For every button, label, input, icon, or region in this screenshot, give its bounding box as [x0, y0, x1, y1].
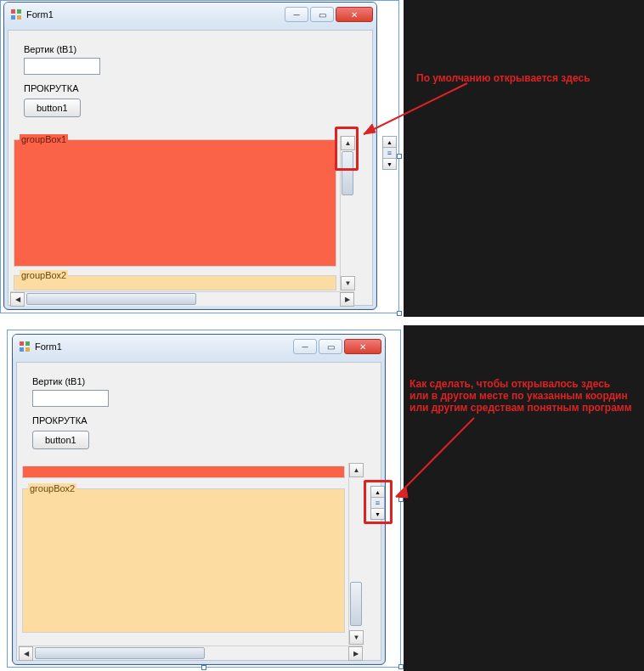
scroll-down-icon[interactable]: ▼: [349, 630, 364, 645]
svg-rect-8: [20, 347, 24, 352]
annotation-line: Как сделать, чтобы открывалось здесь: [410, 378, 610, 390]
svg-line-10: [396, 418, 474, 497]
scrollbar-thumb[interactable]: [350, 582, 362, 626]
close-button[interactable]: ✕: [336, 7, 373, 22]
resize-handle[interactable]: [201, 665, 206, 670]
groupbox1-strip: [22, 466, 345, 478]
svg-marker-5: [364, 124, 376, 134]
app-icon: [18, 340, 31, 353]
titlebar[interactable]: Form1 ─ ▭ ✕: [4, 3, 376, 26]
button1[interactable]: button1: [32, 431, 89, 449]
annotation-line: или другим средствам понятным программ: [410, 402, 632, 414]
label-vertik: Вертик (tB1): [32, 376, 85, 386]
label-scroll: ПРОКРУТКА: [24, 83, 79, 93]
button1-label: button1: [37, 103, 68, 113]
button1[interactable]: button1: [24, 99, 81, 117]
maximize-button[interactable]: ▭: [310, 7, 334, 22]
scroll-up-icon[interactable]: ▲: [349, 463, 364, 477]
horizontal-scrollbar[interactable]: ◀ ▶: [10, 291, 354, 306]
svg-rect-1: [17, 9, 21, 14]
scroll-left-icon[interactable]: ◀: [19, 646, 33, 661]
groupbox2: groupBox2: [22, 488, 345, 633]
svg-rect-3: [17, 15, 21, 20]
label-vertik: Вертик (tB1): [24, 44, 76, 54]
groupbox2-title: groupBox2: [28, 483, 76, 493]
highlight-box-top: [335, 127, 359, 171]
resize-handle[interactable]: [397, 154, 402, 159]
app-icon: [9, 8, 23, 21]
window-top: Form1 ─ ▭ ✕ Вертик (tB1) ПРОКРУТКА butto…: [3, 2, 377, 310]
annotation-arrow-top: [357, 82, 484, 149]
scrollbar-thumb[interactable]: [35, 647, 205, 659]
highlight-box-bottom: [364, 480, 393, 524]
maximize-button[interactable]: ▭: [319, 339, 342, 354]
minimize-button[interactable]: ─: [293, 339, 317, 354]
svg-rect-9: [25, 347, 30, 352]
svg-rect-0: [11, 9, 15, 14]
groupbox1-title: groupBox1: [20, 134, 68, 144]
annotation-line: или в другом месте по указанным координ: [410, 390, 628, 402]
vertical-scrollbar[interactable]: ▲ ▼: [348, 463, 363, 645]
svg-rect-2: [11, 15, 15, 20]
separator: [0, 317, 644, 325]
minimize-button[interactable]: ─: [285, 7, 308, 22]
close-button[interactable]: ✕: [344, 339, 381, 354]
annotation-arrow-bottom: [389, 416, 508, 510]
resize-handle[interactable]: [398, 664, 404, 669]
svg-rect-6: [20, 341, 24, 346]
client-area: Вертик (tB1) ПРОКРУТКА button1 groupBox2…: [16, 362, 381, 661]
groupbox2: groupBox2: [14, 275, 336, 290]
groupbox1: groupBox1: [14, 139, 336, 267]
side-control-down-icon[interactable]: ▼: [383, 158, 396, 169]
window-title: Form1: [35, 341, 62, 352]
svg-marker-11: [396, 488, 408, 498]
scroll-right-icon[interactable]: ▶: [340, 292, 354, 307]
svg-rect-7: [25, 341, 30, 346]
scroll-right-icon[interactable]: ▶: [348, 646, 363, 661]
svg-line-4: [364, 83, 467, 134]
horizontal-scrollbar[interactable]: ◀ ▶: [19, 646, 363, 660]
label-scroll: ПРОКРУТКА: [32, 415, 88, 426]
annotation-bottom: Как сделать, чтобы открывалось здесь или…: [410, 378, 632, 414]
textbox-tb1[interactable]: [32, 390, 109, 407]
groupbox2-title: groupBox2: [20, 270, 68, 280]
scroll-down-icon[interactable]: ▼: [341, 276, 355, 290]
client-area: Вертик (tB1) ПРОКРУТКА button1 groupBox1…: [8, 30, 373, 306]
titlebar[interactable]: Form1 ─ ▭ ✕: [13, 335, 385, 358]
background-dark-top: [404, 0, 644, 317]
resize-handle[interactable]: [397, 311, 402, 316]
scrollbar-thumb[interactable]: [26, 293, 196, 305]
scroll-left-icon[interactable]: ◀: [10, 292, 25, 307]
textbox-tb1[interactable]: [24, 58, 100, 75]
button1-label: button1: [45, 435, 76, 445]
window-title: Form1: [26, 9, 54, 20]
window-bottom: Form1 ─ ▭ ✕ Вертик (tB1) ПРОКРУТКА butto…: [12, 334, 386, 665]
